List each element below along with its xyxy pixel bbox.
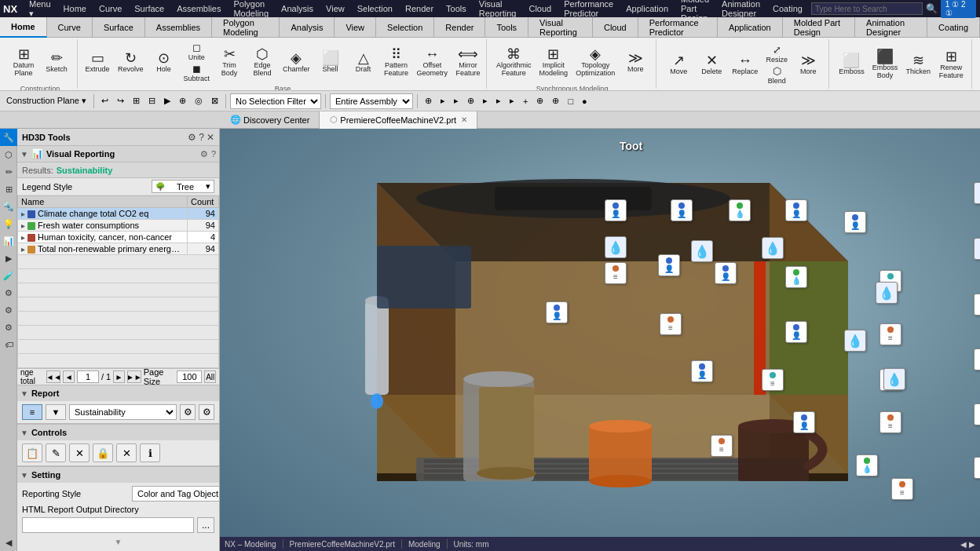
annotation-tag-16[interactable]: ≡ — [762, 369, 784, 391]
tb2-view-triad[interactable]: ⊕ — [464, 95, 477, 107]
annotation-tag-water-8[interactable]: 💧 — [974, 182, 980, 204]
ribbon-btn-hole[interactable]: ⊙ Hole — [148, 41, 180, 83]
ribbon-btn-unite[interactable]: ◻Unite — [181, 42, 213, 62]
tb2-view-btn7[interactable]: □ — [565, 96, 576, 107]
tb2-btn4[interactable]: ⊕ — [176, 95, 189, 107]
row-expand-icon[interactable]: ▸ — [21, 210, 25, 218]
tb2-btn1[interactable]: ⊞ — [130, 95, 143, 107]
part-tab-close[interactable]: ✕ — [461, 115, 467, 124]
row-expand-icon[interactable]: ▸ — [21, 245, 25, 254]
annotation-tag-water-2[interactable]: 💧 — [762, 237, 784, 259]
setting-section-header[interactable]: ▼ Setting — [17, 467, 219, 483]
tab-tools[interactable]: Tools — [485, 17, 528, 38]
ribbon-btn-subtract[interactable]: ◼Subtract — [181, 63, 213, 83]
left-icon-tags[interactable]: 🏷 — [0, 336, 17, 353]
ribbon-btn-more-sync[interactable]: ≫ More — [792, 43, 824, 86]
left-icon-render[interactable]: 💡 — [0, 215, 17, 232]
selection-filter-select[interactable]: No Selection Filter — [230, 93, 321, 109]
content-tab-part[interactable]: ⬡ PremiereCoffeeMachineV2.prt ✕ — [320, 111, 477, 129]
ribbon-btn-shell[interactable]: ⬜ Shell — [315, 41, 346, 83]
report-settings-button[interactable]: ⚙ — [199, 404, 214, 420]
ribbon-btn-edge-blend[interactable]: ⬡ EdgeBlend — [247, 41, 278, 83]
tb2-view-btn8[interactable]: ● — [579, 96, 591, 107]
annotation-tag-4[interactable]: 👤 — [785, 199, 807, 221]
ribbon-btn-pattern[interactable]: ⠿ PatternFeature — [381, 41, 412, 83]
ribbon-btn-replace[interactable]: ↔ Replace — [729, 43, 761, 86]
tb2-view-btn4[interactable]: + — [520, 96, 531, 107]
tab-visual-reporting[interactable]: Visual Reporting — [528, 17, 593, 38]
ribbon-btn-implicit[interactable]: ⊞ ImplicitModeling — [536, 41, 572, 83]
ctrl-btn-clipboard[interactable]: 📋 — [22, 443, 42, 462]
menu-home[interactable]: Home — [58, 2, 92, 15]
annotation-tag-22[interactable]: 👤 — [974, 294, 980, 316]
table-row[interactable]: ▸Human toxicity, cancer, non-cancer4 — [18, 232, 219, 243]
annotation-tag-25[interactable]: 👤 — [974, 457, 980, 479]
tab-selection[interactable]: Selection — [376, 17, 434, 38]
left-icon-ship[interactable]: ⚙ — [0, 301, 17, 319]
reporting-style-select[interactable]: Color and Tag Object — [132, 486, 220, 502]
page-all-button[interactable]: All — [204, 370, 216, 383]
annotation-tag-water-3[interactable]: 💧 — [691, 240, 713, 262]
ribbon-btn-move[interactable]: ↗ Move — [663, 43, 694, 86]
annotation-tag-3[interactable]: 💧 — [729, 199, 751, 221]
table-row[interactable]: ▸Climate change total CO2 eq94 — [18, 208, 219, 220]
annotation-tag-6[interactable]: ≡ — [605, 262, 627, 284]
ribbon-btn-topology[interactable]: ◈ TopologyOptimization — [572, 41, 618, 83]
tb2-btn6[interactable]: ⊠ — [208, 95, 221, 107]
ctrl-btn-x1[interactable]: ✕ — [69, 443, 90, 462]
menu-surface[interactable]: Surface — [129, 2, 170, 15]
tab-analysis[interactable]: Analysis — [280, 17, 335, 38]
ribbon-btn-draft[interactable]: △ Draft — [348, 41, 379, 83]
tab-animation[interactable]: Animation Designer — [855, 17, 927, 38]
menu-selection[interactable]: Selection — [352, 2, 398, 15]
report-type-grid-button[interactable]: ≡ — [22, 404, 42, 420]
tb2-snap-1[interactable]: ⊕ — [422, 95, 435, 107]
annotation-tag-20[interactable]: 👤 — [974, 403, 980, 425]
menu-application[interactable]: Application — [620, 2, 674, 15]
annotation-tag-8[interactable]: 👤 — [715, 262, 737, 284]
tb2-view-btn1[interactable]: ▸ — [480, 95, 491, 107]
vr-settings-icon[interactable]: ⚙ — [200, 149, 208, 159]
menu-cloud[interactable]: Cloud — [523, 2, 557, 15]
left-icon-motion[interactable]: ▶ — [0, 250, 17, 267]
annotation-tag-18[interactable]: 👤 — [793, 411, 815, 433]
annotation-tag-24[interactable]: ≡ — [891, 478, 913, 500]
ctrl-btn-lock[interactable]: 🔒 — [93, 443, 113, 462]
left-icon-sketch[interactable]: ✏ — [0, 163, 17, 181]
tb2-snap-fwd[interactable]: ↪ — [114, 95, 127, 107]
menu-analysis[interactable]: Analysis — [276, 2, 319, 15]
search-icon[interactable]: 🔍 — [926, 3, 938, 14]
tb2-btn2[interactable]: ⊟ — [145, 95, 159, 107]
annotation-tag-12[interactable]: ≡ — [660, 313, 682, 335]
ribbon-btn-mirror-feature[interactable]: ⟺ MirrorFeature — [452, 41, 484, 83]
tb2-snap-back[interactable]: ↩ — [98, 95, 112, 107]
annotation-tag-1[interactable]: 👤 — [605, 199, 627, 221]
annotation-tag-11[interactable]: 👤 — [546, 301, 568, 323]
menu-coating[interactable]: Coating — [767, 2, 808, 15]
left-icon-analysis[interactable]: 📊 — [0, 232, 17, 250]
tab-assemblies[interactable]: Assemblies — [145, 17, 212, 38]
annotation-tag-2[interactable]: 👤 — [671, 199, 693, 221]
ribbon-btn-emboss-body[interactable]: ⬛ EmbossBody — [869, 43, 901, 86]
annotation-tag-9[interactable]: 💧 — [785, 266, 807, 288]
vr-help-icon[interactable]: ? — [211, 149, 216, 159]
tab-polygon[interactable]: Polygon Modeling — [212, 17, 280, 38]
tab-render[interactable]: Render — [434, 17, 485, 38]
report-add-button[interactable]: ⚙ — [180, 404, 196, 420]
tb2-view-btn2[interactable]: ▸ — [493, 95, 504, 107]
ribbon-btn-more-base[interactable]: ≫ More — [620, 41, 651, 83]
annotation-tag-water-4[interactable]: 💧 — [876, 282, 898, 304]
page-prev-button[interactable]: ◄ — [63, 370, 75, 383]
html-output-input[interactable] — [22, 517, 194, 533]
ribbon-btn-thicken[interactable]: ≋ Thicken — [902, 43, 934, 86]
left-icon-assembly[interactable]: 🔧 — [0, 129, 17, 146]
ribbon-btn-chamfer[interactable]: ◈ Chamfer — [280, 41, 313, 83]
tab-home[interactable]: Home — [0, 17, 47, 38]
tb2-plane-dropdown[interactable]: Construction Plane ▾ — [3, 95, 90, 107]
legend-style-select[interactable]: 🌳 Tree ▾ — [152, 180, 214, 193]
ribbon-btn-datum-plane[interactable]: ⊞ DatumPlane — [8, 41, 39, 83]
menu-curve[interactable]: Curve — [93, 2, 127, 15]
hd3d-help-icon[interactable]: ? — [199, 132, 204, 143]
row-expand-icon[interactable]: ▸ — [21, 233, 25, 242]
tb2-btn5[interactable]: ◎ — [192, 95, 206, 107]
